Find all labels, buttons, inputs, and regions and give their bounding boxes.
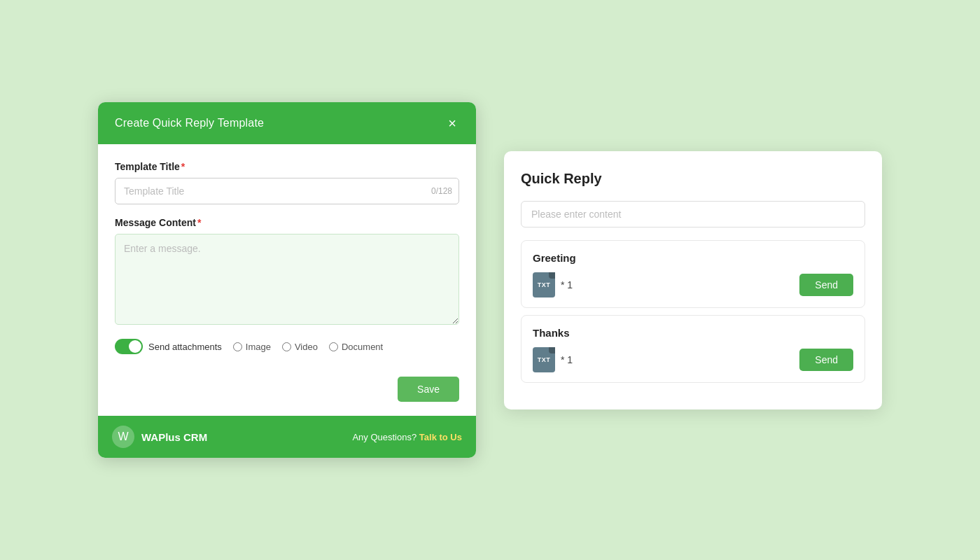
radio-video-input[interactable] (282, 342, 291, 351)
modal-bottom-bar: W WAPlus CRM Any Questions? Talk to Us (98, 416, 476, 458)
radio-video[interactable]: Video (282, 342, 318, 352)
qr-thanks-body: TXT * 1 Send (533, 347, 853, 372)
brand-name: WAPlus CRM (141, 431, 207, 443)
quick-reply-search[interactable] (521, 201, 865, 227)
send-attachments-label: Send attachments (148, 342, 222, 352)
attachments-row: Send attachments Image Video Document (115, 339, 459, 354)
qr-thanks-title: Thanks (533, 327, 853, 339)
talk-to-us-link[interactable]: Talk to Us (419, 432, 462, 442)
radio-document[interactable]: Document (329, 342, 383, 352)
txt-icon-thanks: TXT (533, 347, 555, 372)
quick-reply-item-thanks: Thanks TXT * 1 Send (521, 315, 865, 383)
qr-greeting-body: TXT * 1 Send (533, 272, 853, 298)
qr-greeting-file-info: TXT * 1 (533, 272, 573, 298)
modal-title: Create Quick Reply Template (115, 117, 264, 130)
required-star: * (181, 161, 185, 172)
template-title-input[interactable] (115, 178, 459, 204)
send-attachments-toggle-wrapper: Send attachments (115, 339, 222, 354)
quick-reply-panel: Quick Reply Greeting TXT * 1 Send Thanks… (504, 151, 882, 410)
send-attachments-toggle[interactable] (115, 339, 143, 354)
send-button-greeting[interactable]: Send (799, 274, 853, 296)
template-title-wrapper: 0/128 (115, 178, 459, 204)
char-count: 0/128 (431, 186, 452, 196)
qr-thanks-file-info: TXT * 1 (533, 347, 573, 372)
quick-reply-item-greeting: Greeting TXT * 1 Send (521, 240, 865, 308)
brand-icon: W (112, 426, 134, 448)
close-button[interactable]: × (445, 115, 459, 132)
qr-greeting-count: * 1 (561, 279, 573, 290)
required-star-2: * (197, 217, 201, 228)
modal-header: Create Quick Reply Template × (98, 102, 476, 144)
radio-image[interactable]: Image (233, 342, 271, 352)
send-button-thanks[interactable]: Send (799, 349, 853, 371)
save-button[interactable]: Save (398, 377, 459, 402)
radio-document-input[interactable] (329, 342, 338, 351)
modal-footer: Save (98, 368, 476, 416)
txt-icon-greeting: TXT (533, 272, 555, 298)
message-content-label: Message Content* (115, 217, 459, 228)
create-template-modal: Create Quick Reply Template × Template T… (98, 102, 476, 458)
toggle-knob (129, 340, 141, 353)
radio-image-input[interactable] (233, 342, 242, 351)
qr-greeting-title: Greeting (533, 252, 853, 264)
message-textarea[interactable] (115, 234, 459, 325)
bottom-bar-right: Any Questions? Talk to Us (352, 432, 462, 442)
template-title-label: Template Title* (115, 161, 459, 172)
modal-body: Template Title* 0/128 Message Content* S… (98, 144, 476, 368)
qr-thanks-count: * 1 (561, 354, 573, 365)
brand-logo: W WAPlus CRM (112, 426, 207, 448)
quick-reply-title: Quick Reply (521, 171, 865, 187)
